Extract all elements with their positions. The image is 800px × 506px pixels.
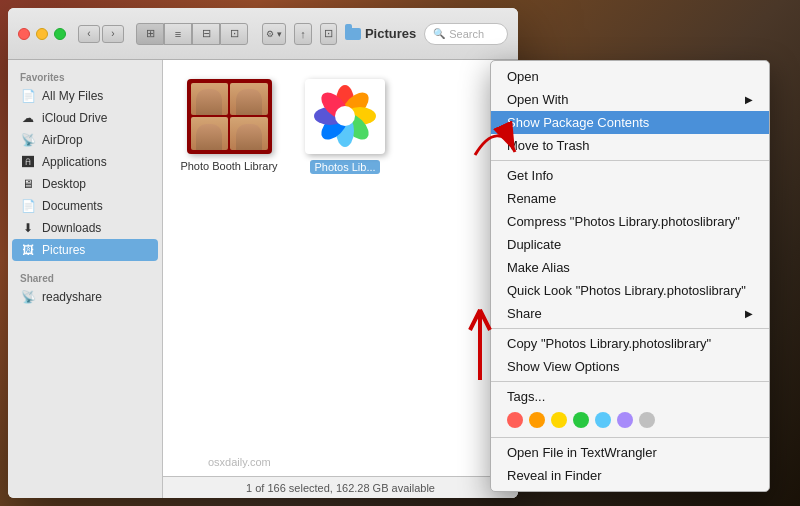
sidebar-item-label: AirDrop xyxy=(42,133,83,147)
minimize-button[interactable] xyxy=(36,28,48,40)
menu-move-trash-label: Move to Trash xyxy=(507,138,589,153)
list-view-button[interactable]: ≡ xyxy=(164,23,192,45)
menu-item-copy[interactable]: Copy "Photos Library.photoslibrary" xyxy=(491,332,769,355)
finder-window: ‹ › ⊞ ≡ ⊟ ⊡ ⚙ ▾ ↑ ⊡ Pictures 🔍 Search Fa… xyxy=(8,8,518,498)
icon-view-button[interactable]: ⊞ xyxy=(136,23,164,45)
all-my-files-icon: 📄 xyxy=(20,88,36,104)
photos-flower-svg xyxy=(310,81,380,151)
tag-gray[interactable] xyxy=(639,412,655,428)
column-view-button[interactable]: ⊟ xyxy=(192,23,220,45)
sidebar-item-readyshare[interactable]: 📡 readyshare xyxy=(8,286,162,308)
arrange-button[interactable]: ⚙ ▾ xyxy=(262,23,286,45)
file-grid: Photo Booth Library xyxy=(163,60,518,476)
menu-open-label: Open xyxy=(507,69,539,84)
sidebar-item-applications[interactable]: 🅰 Applications xyxy=(8,151,162,173)
sidebar-item-label: iCloud Drive xyxy=(42,111,107,125)
menu-item-tags[interactable]: Tags... xyxy=(491,385,769,408)
gallery-view-button[interactable]: ⊡ xyxy=(220,23,248,45)
file-item-photos[interactable]: Photos Lib... xyxy=(295,76,395,174)
sidebar-item-airdrop[interactable]: 📡 AirDrop xyxy=(8,129,162,151)
menu-item-reveal[interactable]: Reveal in Finder xyxy=(491,464,769,487)
menu-item-show-view[interactable]: Show View Options xyxy=(491,355,769,378)
photos-icon xyxy=(305,79,385,154)
action-button[interactable]: ↑ xyxy=(294,23,311,45)
tag-red[interactable] xyxy=(507,412,523,428)
pb-photo-3 xyxy=(191,117,229,150)
tag-yellow[interactable] xyxy=(551,412,567,428)
menu-item-open-with[interactable]: Open With ▶ xyxy=(491,88,769,111)
search-box[interactable]: 🔍 Search xyxy=(424,23,508,45)
springload-button[interactable]: ⊡ xyxy=(320,23,337,45)
menu-compress-label: Compress "Photos Library.photoslibrary" xyxy=(507,214,740,229)
menu-copy-label: Copy "Photos Library.photoslibrary" xyxy=(507,336,711,351)
status-bar: 1 of 166 selected, 162.28 GB available xyxy=(163,476,518,498)
menu-tag-dots xyxy=(491,408,769,434)
menu-get-info-label: Get Info xyxy=(507,168,553,183)
menu-separator-4 xyxy=(491,437,769,438)
menu-item-open[interactable]: Open xyxy=(491,65,769,88)
menu-item-move-to-trash[interactable]: Move to Trash xyxy=(491,134,769,157)
forward-button[interactable]: › xyxy=(102,25,124,43)
traffic-lights xyxy=(18,28,66,40)
svg-point-8 xyxy=(335,106,355,126)
menu-separator-3 xyxy=(491,381,769,382)
desktop-icon: 🖥 xyxy=(20,176,36,192)
menu-share-label: Share xyxy=(507,306,542,321)
tag-orange[interactable] xyxy=(529,412,545,428)
sidebar-item-desktop[interactable]: 🖥 Desktop xyxy=(8,173,162,195)
nav-buttons: ‹ › xyxy=(78,25,124,43)
maximize-button[interactable] xyxy=(54,28,66,40)
file-item-photobooth[interactable]: Photo Booth Library xyxy=(179,76,279,172)
menu-rename-label: Rename xyxy=(507,191,556,206)
folder-icon xyxy=(345,28,361,40)
search-placeholder: Search xyxy=(449,28,484,40)
sidebar-item-icloud-drive[interactable]: ☁ iCloud Drive xyxy=(8,107,162,129)
menu-tags-label: Tags... xyxy=(507,389,545,404)
close-button[interactable] xyxy=(18,28,30,40)
tag-green[interactable] xyxy=(573,412,589,428)
pictures-icon: 🖼 xyxy=(20,242,36,258)
menu-duplicate-label: Duplicate xyxy=(507,237,561,252)
status-text: 1 of 166 selected, 162.28 GB available xyxy=(246,482,435,494)
sidebar-item-label: Downloads xyxy=(42,221,101,235)
menu-make-alias-label: Make Alias xyxy=(507,260,570,275)
menu-item-open-textwrangler[interactable]: Open File in TextWrangler xyxy=(491,441,769,464)
menu-item-duplicate[interactable]: Duplicate xyxy=(491,233,769,256)
favorites-label: Favorites xyxy=(8,68,162,85)
menu-reveal-label: Reveal in Finder xyxy=(507,468,602,483)
readyshare-icon: 📡 xyxy=(20,289,36,305)
sidebar-item-pictures[interactable]: 🖼 Pictures xyxy=(12,239,158,261)
menu-item-get-info[interactable]: Get Info xyxy=(491,164,769,187)
sidebar-item-documents[interactable]: 📄 Documents xyxy=(8,195,162,217)
sidebar-item-label: readyshare xyxy=(42,290,102,304)
photobooth-icon xyxy=(187,79,272,154)
back-button[interactable]: ‹ xyxy=(78,25,100,43)
watermark: osxdaily.com xyxy=(208,456,271,468)
photos-icon-container xyxy=(300,76,390,156)
menu-show-view-label: Show View Options xyxy=(507,359,620,374)
menu-item-share[interactable]: Share ▶ xyxy=(491,302,769,325)
tag-blue[interactable] xyxy=(595,412,611,428)
pb-photo-1 xyxy=(191,83,229,116)
menu-separator-1 xyxy=(491,160,769,161)
menu-item-compress[interactable]: Compress "Photos Library.photoslibrary" xyxy=(491,210,769,233)
airdrop-icon: 📡 xyxy=(20,132,36,148)
tag-purple[interactable] xyxy=(617,412,633,428)
menu-quick-look-label: Quick Look "Photos Library.photoslibrary… xyxy=(507,283,746,298)
window-title: Pictures xyxy=(345,26,416,41)
menu-item-make-alias[interactable]: Make Alias xyxy=(491,256,769,279)
icloud-icon: ☁ xyxy=(20,110,36,126)
window-body: Favorites 📄 All My Files ☁ iCloud Drive … xyxy=(8,60,518,498)
title-bar: ‹ › ⊞ ≡ ⊟ ⊡ ⚙ ▾ ↑ ⊡ Pictures 🔍 Search xyxy=(8,8,518,60)
menu-item-rename[interactable]: Rename xyxy=(491,187,769,210)
pb-photo-2 xyxy=(230,83,268,116)
sidebar-item-all-my-files[interactable]: 📄 All My Files xyxy=(8,85,162,107)
menu-item-quick-look[interactable]: Quick Look "Photos Library.photoslibrary… xyxy=(491,279,769,302)
photobooth-label: Photo Booth Library xyxy=(180,160,277,172)
sidebar-item-downloads[interactable]: ⬇ Downloads xyxy=(8,217,162,239)
menu-item-show-package[interactable]: Show Package Contents xyxy=(491,111,769,134)
share-submenu-arrow: ▶ xyxy=(745,308,753,319)
photos-label: Photos Lib... xyxy=(310,160,379,174)
sidebar-item-label: Desktop xyxy=(42,177,86,191)
downloads-icon: ⬇ xyxy=(20,220,36,236)
